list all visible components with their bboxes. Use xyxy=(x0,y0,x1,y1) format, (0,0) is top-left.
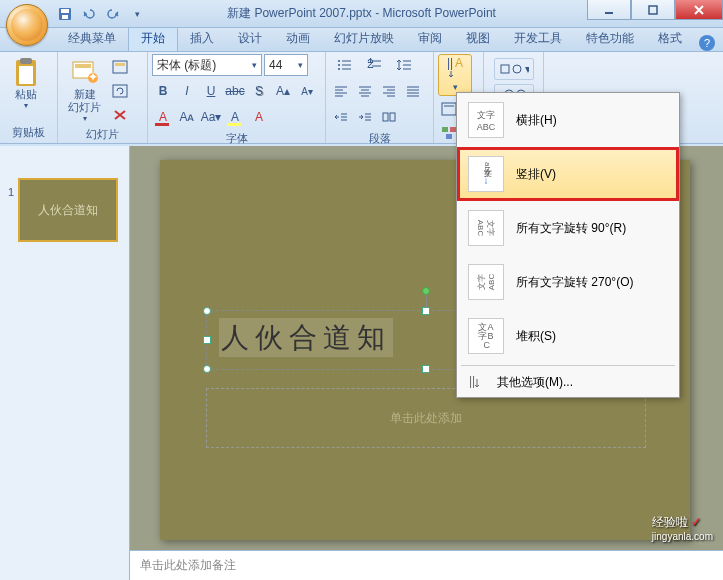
resize-handle[interactable] xyxy=(203,336,211,344)
justify-button[interactable] xyxy=(402,80,424,102)
resize-handle[interactable] xyxy=(422,307,430,315)
thumbnail-panel: 1 人伙合道知 xyxy=(0,146,130,580)
svg-point-15 xyxy=(338,60,340,62)
svg-rect-54 xyxy=(442,103,456,115)
rotate270-icon: 文字 ABC xyxy=(468,264,504,300)
new-slide-button[interactable]: ✦ 新建 幻灯片 ▾ xyxy=(62,54,107,125)
office-button[interactable] xyxy=(6,4,48,46)
svg-rect-51 xyxy=(390,113,395,121)
increase-indent-button[interactable] xyxy=(354,106,376,128)
italic-button[interactable]: I xyxy=(176,80,198,102)
svg-rect-58 xyxy=(446,134,452,139)
underline-button[interactable]: U xyxy=(200,80,222,102)
align-center-button[interactable] xyxy=(354,80,376,102)
title-text[interactable]: 人伙合道知 xyxy=(219,318,393,357)
horizontal-icon: 文字 ABC xyxy=(468,102,504,138)
svg-rect-4 xyxy=(649,6,657,14)
align-right-button[interactable] xyxy=(378,80,400,102)
slides-group-label: 幻灯片 xyxy=(62,126,143,143)
tab-view[interactable]: 视图 xyxy=(454,26,502,51)
text-direction-more[interactable]: || 其他选项(M)... xyxy=(457,368,679,397)
resize-handle[interactable] xyxy=(203,365,211,373)
tab-home[interactable]: 开始 xyxy=(128,25,178,51)
text-direction-rotate90[interactable]: 文字 ABC 所有文字旋转 90°(R) xyxy=(457,201,679,255)
text-direction-menu: 文字 ABC 横排(H) 文字abc↓ 竖排(V) 文字 ABC 所有文字旋转 … xyxy=(456,92,680,398)
font-size-combo[interactable]: 44▾ xyxy=(264,54,308,76)
shrink-font-button[interactable]: A▾ xyxy=(296,80,318,102)
reset-icon[interactable] xyxy=(109,80,131,102)
svg-text:✦: ✦ xyxy=(88,70,98,84)
tab-insert[interactable]: 插入 xyxy=(178,26,226,51)
font-group-label: 字体 xyxy=(152,130,321,147)
bullets-button[interactable] xyxy=(330,54,358,76)
delete-icon[interactable] xyxy=(109,104,131,126)
svg-rect-9 xyxy=(75,64,91,68)
resize-handle[interactable] xyxy=(422,365,430,373)
align-left-button[interactable] xyxy=(330,80,352,102)
resize-handle[interactable] xyxy=(203,307,211,315)
tab-classic[interactable]: 经典菜单 xyxy=(56,26,128,51)
grow-font-button[interactable]: A▴ xyxy=(272,80,294,102)
svg-point-19 xyxy=(338,68,340,70)
text-direction-icon: ||A xyxy=(443,57,467,81)
numbering-button[interactable]: 12 xyxy=(360,54,388,76)
svg-text:2: 2 xyxy=(367,58,374,71)
tab-design[interactable]: 设计 xyxy=(226,26,274,51)
svg-rect-7 xyxy=(19,66,33,84)
paragraph-group-label: 段落 xyxy=(330,130,429,147)
shadow-button[interactable]: S xyxy=(248,80,270,102)
clipboard-group-label: 剪贴板 xyxy=(4,124,53,141)
rotation-handle[interactable] xyxy=(422,287,430,295)
svg-rect-6 xyxy=(20,58,32,64)
shapes-button[interactable]: ▾ xyxy=(494,58,534,80)
tab-animation[interactable]: 动画 xyxy=(274,26,322,51)
char-spacing-button[interactable]: Aᴀ xyxy=(176,106,198,128)
text-direction-stacked[interactable]: 文A 字B C 堆积(S) xyxy=(457,309,679,363)
slide-thumbnail[interactable]: 1 人伙合道知 xyxy=(8,178,121,242)
bold-button[interactable]: B xyxy=(152,80,174,102)
clear-format-button[interactable]: A xyxy=(248,106,270,128)
vertical-icon: 文字abc↓ xyxy=(468,156,504,192)
tab-review[interactable]: 审阅 xyxy=(406,26,454,51)
svg-rect-12 xyxy=(113,61,127,73)
line-spacing-button[interactable] xyxy=(390,54,418,76)
text-direction-vertical[interactable]: 文字abc↓ 竖排(V) xyxy=(457,147,679,201)
font-color-button[interactable]: A xyxy=(152,106,174,128)
svg-text:▾: ▾ xyxy=(525,62,529,76)
tab-format[interactable]: 格式 xyxy=(646,26,694,51)
thumbnail-number: 1 xyxy=(8,178,14,198)
svg-rect-1 xyxy=(61,9,69,13)
qat-more-icon[interactable]: ▾ xyxy=(128,5,146,23)
text-direction-button[interactable]: ||A ▾ xyxy=(438,54,472,96)
paste-button[interactable]: 粘贴 ▾ xyxy=(4,54,48,112)
tab-developer[interactable]: 开发工具 xyxy=(502,26,574,51)
redo-icon[interactable] xyxy=(104,5,122,23)
save-icon[interactable] xyxy=(56,5,74,23)
svg-text:A: A xyxy=(455,57,463,70)
tab-addins[interactable]: 特色功能 xyxy=(574,26,646,51)
svg-rect-13 xyxy=(115,63,125,66)
tab-slideshow[interactable]: 幻灯片放映 xyxy=(322,26,406,51)
stacked-icon: 文A 字B C xyxy=(468,318,504,354)
svg-text:||: || xyxy=(447,57,453,70)
svg-rect-14 xyxy=(113,85,127,97)
svg-point-17 xyxy=(338,64,340,66)
layout-icon[interactable] xyxy=(109,56,131,78)
change-case-button[interactable]: Aa▾ xyxy=(200,106,222,128)
highlight-button[interactable]: A xyxy=(224,106,246,128)
columns-button[interactable] xyxy=(378,106,400,128)
maximize-button[interactable] xyxy=(631,0,675,20)
close-button[interactable] xyxy=(675,0,723,20)
text-direction-rotate270[interactable]: 文字 ABC 所有文字旋转 270°(O) xyxy=(457,255,679,309)
strike-button[interactable]: abc xyxy=(224,80,246,102)
font-name-combo[interactable]: 宋体 (标题)▾ xyxy=(152,54,262,76)
more-options-icon: || xyxy=(467,375,487,391)
undo-icon[interactable] xyxy=(80,5,98,23)
clipboard-icon xyxy=(10,56,42,88)
decrease-indent-button[interactable] xyxy=(330,106,352,128)
svg-point-60 xyxy=(513,65,521,73)
minimize-button[interactable] xyxy=(587,0,631,20)
help-button[interactable]: ? xyxy=(699,35,715,51)
notes-pane[interactable]: 单击此处添加备注 xyxy=(130,550,723,580)
text-direction-horizontal[interactable]: 文字 ABC 横排(H) xyxy=(457,93,679,147)
